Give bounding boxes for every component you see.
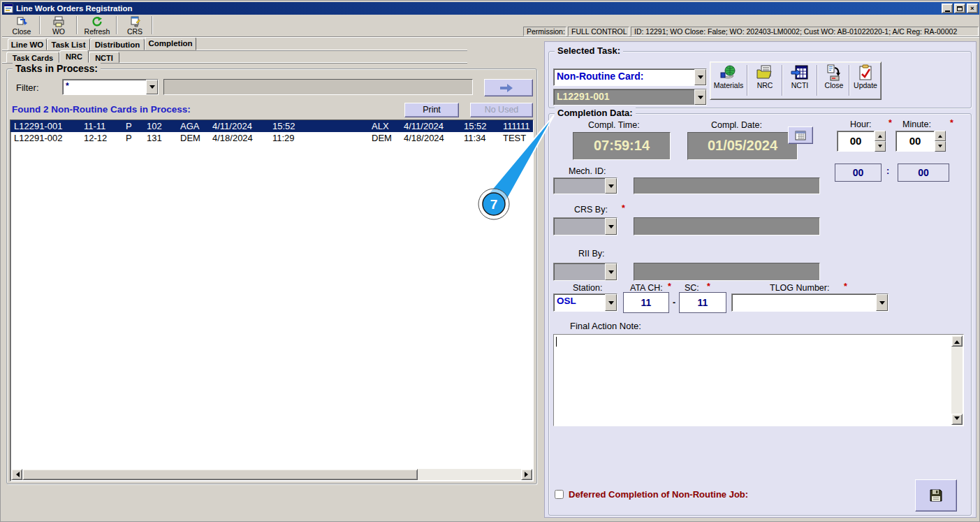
spin-up-button[interactable]	[875, 131, 886, 141]
dropdown-button[interactable]	[605, 294, 617, 311]
chevron-down-icon	[698, 75, 703, 82]
subtab-task-cards[interactable]: Task Cards	[6, 52, 59, 63]
scroll-down-button[interactable]	[951, 414, 963, 425]
vertical-scrollbar[interactable]	[951, 335, 963, 425]
minute-spinner[interactable]: 00	[895, 131, 935, 152]
filter-search-field[interactable]	[163, 79, 473, 95]
restore-button[interactable]	[954, 3, 965, 13]
toolbar-crs-button[interactable]: CRS	[119, 15, 150, 36]
subtab-nrc-active[interactable]: NRC	[59, 50, 89, 63]
sc-field[interactable]: 11	[679, 292, 726, 313]
filter-combo[interactable]: *	[62, 79, 159, 95]
dropdown-button[interactable]	[694, 69, 706, 85]
task-cell: TEST	[503, 132, 533, 144]
task-row[interactable]: L12291-001 11-11 P 102 AGA 4/11/2024 15:…	[10, 120, 533, 132]
task-cell: P	[126, 120, 147, 132]
deferred-checkbox[interactable]	[555, 490, 564, 499]
subtab-ncti[interactable]: NCTI	[89, 52, 119, 63]
minimize-button[interactable]	[942, 3, 953, 13]
dropdown-button[interactable]	[146, 80, 158, 94]
task-cell: DEM	[372, 132, 404, 144]
tab-line-wo[interactable]: Line WO	[8, 38, 47, 50]
rii-by-value	[554, 263, 605, 280]
task-cell: 4/18/2024	[404, 132, 464, 144]
close-window-button[interactable]: ×	[967, 3, 978, 13]
spin-down-button[interactable]	[875, 141, 886, 152]
mech-id-value	[554, 178, 605, 194]
completion-panel: Selected Task: Non-Routine Card: L12291-…	[544, 41, 977, 518]
window-title: Line Work Orders Registration	[16, 4, 133, 13]
actions-toolbar: Materials NRC NCTI	[710, 61, 882, 100]
task-list: L12291-001 11-11 P 102 AGA 4/11/2024 15:…	[10, 119, 534, 481]
task-cell: 4/11/2024	[404, 120, 464, 132]
dropdown-button[interactable]	[694, 89, 706, 105]
minute-display: 00	[898, 164, 949, 182]
station-combo[interactable]: OSL	[553, 293, 617, 312]
tab-distribution[interactable]: Distribution	[90, 38, 145, 50]
printer-icon	[52, 16, 65, 27]
task-row[interactable]: L12291-002 12-12 P 131 DEM 4/18/2024 11:…	[10, 132, 533, 144]
completion-data-title: Completion Data:	[555, 108, 636, 118]
task-card-combo[interactable]: L12291-001	[553, 89, 707, 106]
down-arrow-icon	[938, 145, 942, 150]
task-cell: 12-12	[84, 132, 126, 144]
toolbar-close-button[interactable]: Close	[6, 15, 37, 36]
task-cell: P	[126, 132, 147, 144]
scroll-right-icon	[525, 472, 531, 477]
application-window: Line Work Orders Registration × Close WO	[0, 0, 980, 522]
horizontal-scrollbar[interactable]	[11, 469, 532, 480]
hour-spinner[interactable]: 00	[837, 131, 875, 152]
toolbar-refresh-button[interactable]: Refresh	[80, 15, 115, 36]
no-used-button-label: No Used	[485, 105, 519, 115]
toolbar-wo-button[interactable]: WO	[43, 15, 75, 36]
sc-label: SC:	[685, 283, 699, 293]
mech-id-combo[interactable]	[553, 177, 617, 194]
calendar-button[interactable]	[788, 126, 813, 144]
action-update-button[interactable]: Update	[850, 64, 881, 98]
scroll-up-button[interactable]	[951, 335, 963, 347]
rii-by-name-field	[634, 263, 820, 281]
task-cell: 11:34	[464, 132, 503, 144]
apply-filter-button[interactable]	[484, 79, 533, 96]
scroll-track[interactable]	[418, 469, 521, 480]
dropdown-button[interactable]	[605, 218, 617, 235]
tab-label: Task List	[52, 41, 86, 49]
tlog-combo[interactable]	[731, 293, 888, 312]
tab-completion-active[interactable]: Completion	[145, 37, 196, 50]
task-type-combo[interactable]: Non-Routine Card:	[553, 68, 707, 86]
task-cell: 131	[147, 132, 180, 144]
close-icon: ×	[970, 5, 974, 12]
toolbar-separator	[747, 65, 748, 96]
scroll-left-icon	[13, 472, 20, 477]
no-used-button[interactable]: No Used	[470, 103, 533, 117]
action-ncti-button[interactable]: NCTI	[784, 64, 815, 98]
action-nrc-button[interactable]: NRC	[749, 64, 780, 98]
action-close-button[interactable]: Close	[819, 64, 849, 98]
spin-down-button[interactable]	[935, 141, 946, 152]
final-note-textarea[interactable]	[553, 334, 964, 426]
compl-time-value: 07:59:14	[573, 132, 671, 160]
chevron-down-icon	[608, 270, 614, 277]
sc-required-marker: *	[707, 282, 710, 291]
dropdown-button[interactable]	[876, 294, 888, 311]
tab-task-list[interactable]: Task List	[47, 38, 90, 50]
ata-required-marker: *	[668, 282, 671, 291]
permission-details: ID: 12291; WO Close: False; WO: 202403-L…	[631, 27, 979, 36]
scroll-right-button[interactable]	[521, 469, 532, 480]
scroll-thumb[interactable]	[22, 469, 418, 480]
restore-icon	[957, 6, 963, 11]
action-materials-button[interactable]: Materials	[712, 64, 745, 98]
rii-by-combo[interactable]	[553, 263, 617, 281]
crs-by-label: CRS By:	[574, 205, 608, 215]
exit-icon	[15, 16, 28, 27]
spin-up-button[interactable]	[935, 131, 946, 141]
save-button[interactable]	[915, 479, 957, 512]
toolbar-button-label: CRS	[127, 27, 142, 36]
dropdown-button[interactable]	[605, 178, 617, 194]
dropdown-button[interactable]	[605, 263, 617, 280]
crs-by-combo[interactable]	[553, 217, 617, 235]
ata-ch-field[interactable]: 11	[623, 292, 669, 313]
task-cell: 15:52	[272, 120, 372, 132]
print-button[interactable]: Print	[404, 103, 459, 117]
scroll-left-button[interactable]	[11, 469, 22, 480]
